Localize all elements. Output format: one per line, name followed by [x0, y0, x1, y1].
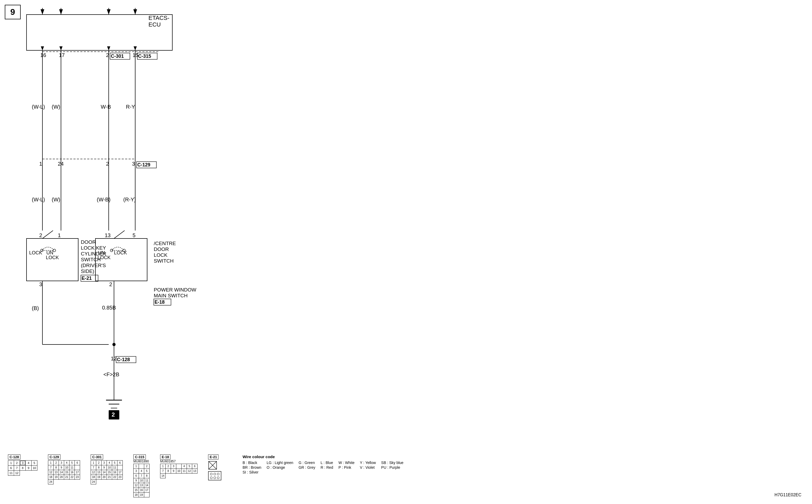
svg-point-109	[214, 473, 216, 475]
wire-si: SI : Silver	[242, 470, 261, 474]
wire-g: G : Green	[298, 461, 315, 465]
svg-point-110	[217, 473, 219, 475]
etacs-ecu-label: ETACS-	[148, 15, 169, 21]
svg-text:ECU: ECU	[148, 21, 161, 28]
svg-marker-7	[107, 9, 111, 15]
e21-label: E-21	[208, 454, 218, 459]
wire-lg: LG : Light green	[267, 461, 293, 465]
svg-point-111	[210, 477, 212, 479]
svg-marker-9	[133, 9, 137, 15]
connector-c129: C-129 1 2 3 4 5 6 7 8 9 10	[48, 454, 80, 484]
page: 9 ETACS- ECU 16 17 2 C-301 15	[0, 0, 812, 504]
wire-o: O : Orange	[267, 465, 293, 470]
wire-gr: GR : Grey	[298, 465, 315, 470]
wire-l: L : Blue	[320, 461, 333, 465]
wire-colour-section: Wire colour code B : Black LG : Light gr…	[242, 454, 403, 474]
wire-p: P : Pink	[338, 465, 355, 470]
legend-area: C-128 1 2 3 4 5 6 7 8	[4, 30, 808, 497]
connector-c315: C-315 MU801890 1 2 3 4 5 6 7	[133, 454, 149, 497]
wire-sb: SB : Sky blue	[381, 461, 403, 465]
wire-pu: PU : Purple	[381, 465, 403, 470]
wire-r: R : Red	[320, 465, 333, 470]
wire-v: V : Violet	[360, 465, 375, 470]
connector-c301: C-301 1 2 3 4 5 6 7 8 9 10	[91, 454, 123, 484]
e18-label: E-18	[160, 454, 170, 459]
wire-br: BR : Brown	[242, 465, 261, 470]
svg-point-112	[214, 477, 216, 479]
c301-label: C-301	[91, 454, 103, 459]
svg-marker-3	[41, 9, 44, 15]
wire-b: B : Black	[242, 461, 261, 465]
wire-y: Y : Yellow	[360, 461, 375, 465]
connector-e18: E-18 MU601857 1 2 3 4 5 6 7 8	[160, 454, 197, 478]
svg-point-108	[210, 473, 212, 475]
diagram-code: H7G11E02EC	[775, 493, 801, 497]
connector-c128: C-128 1 2 3 4 5 6 7 8	[8, 454, 37, 476]
svg-point-113	[217, 477, 219, 479]
wire-w: W : White	[338, 461, 355, 465]
wire-colour-title: Wire colour code	[242, 454, 403, 459]
c128-label: C-128	[8, 454, 20, 459]
svg-marker-5	[59, 9, 63, 15]
connector-e21: E-21	[208, 454, 221, 481]
c315-label: C-315	[133, 454, 146, 459]
c129-label: C-129	[48, 454, 60, 459]
